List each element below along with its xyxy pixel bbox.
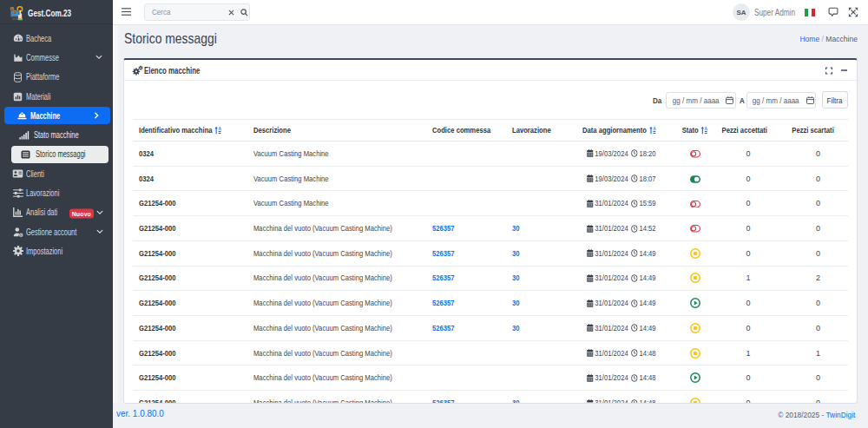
svg-text:A: A <box>653 126 656 130</box>
svg-text:A: A <box>705 126 708 130</box>
svg-text:A: A <box>219 126 222 130</box>
